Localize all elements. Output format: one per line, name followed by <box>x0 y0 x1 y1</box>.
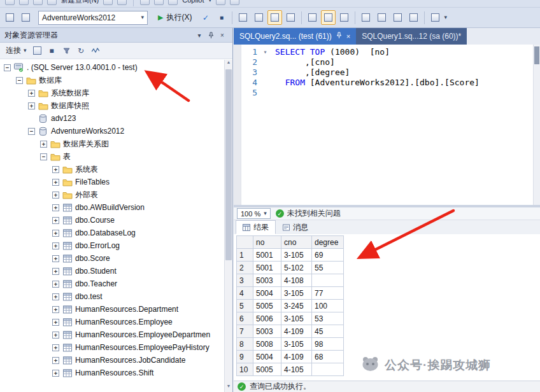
expander-icon[interactable]: + <box>52 268 59 275</box>
tree-item[interactable]: −表 <box>0 150 232 163</box>
back-icon[interactable] <box>5 0 15 5</box>
grid-cell[interactable]: 4-109 <box>281 351 312 363</box>
grid-cell[interactable]: 3-245 <box>281 300 312 312</box>
grid-cell[interactable]: 5008 <box>253 338 281 351</box>
activity-monitor-icon[interactable] <box>89 44 103 57</box>
connect-button[interactable]: 连接 ▾ <box>3 44 29 58</box>
tree-item[interactable]: +dbo.Score <box>0 252 232 265</box>
row-header[interactable]: 4 <box>237 287 253 300</box>
query-options-icon[interactable] <box>236 10 250 25</box>
tree-item[interactable]: +dbo.AWBuildVersion <box>0 201 232 214</box>
tree-item[interactable]: −AdventureWorks2012 <box>0 125 232 137</box>
grid-cell[interactable]: 5005 <box>253 300 281 312</box>
expander-icon[interactable]: + <box>52 370 59 377</box>
stop-icon[interactable]: ■ <box>45 44 59 57</box>
expander-icon[interactable]: + <box>52 204 59 211</box>
expander-icon[interactable]: + <box>52 281 59 288</box>
row-header[interactable]: 8 <box>237 338 253 351</box>
outdent-icon[interactable] <box>390 10 405 25</box>
grid-cell[interactable]: 69 <box>312 249 344 262</box>
code-area[interactable]: SELECT TOP (1000) [no] ,[cno] ,[degree] … <box>270 45 540 205</box>
tree-item[interactable]: +dbo.test <box>0 290 232 303</box>
results-to-file-icon[interactable] <box>337 10 352 25</box>
grid-cell[interactable]: 3-105 <box>281 287 312 300</box>
sqlcmd-mode-icon[interactable] <box>428 10 443 25</box>
pin-icon[interactable] <box>336 32 342 41</box>
tree-item[interactable]: +HumanResources.Department <box>0 303 232 316</box>
expander-icon[interactable]: − <box>16 77 23 84</box>
scroll-down-icon[interactable]: ▼ <box>225 384 232 392</box>
print-icon[interactable] <box>140 0 150 5</box>
expander-icon[interactable]: − <box>40 153 47 160</box>
tree-item[interactable]: +dbo.Course <box>0 214 232 227</box>
grid-corner-cell[interactable] <box>237 236 253 249</box>
open-file-icon[interactable] <box>47 0 57 5</box>
close-icon[interactable]: × <box>346 32 350 40</box>
tree-item[interactable]: +HumanResources.Shift <box>0 367 232 379</box>
expander-icon[interactable]: + <box>52 306 59 313</box>
indent-icon[interactable] <box>406 10 421 25</box>
change-connection-icon[interactable] <box>18 10 33 25</box>
refresh-icon[interactable]: ↻ <box>75 44 88 57</box>
tree-item[interactable]: +dbo.Teacher <box>0 277 232 290</box>
tree-scrollbar[interactable]: ▲ ▼ <box>224 60 232 392</box>
expander-icon[interactable]: + <box>52 217 59 224</box>
tree-item[interactable]: +FileTables <box>0 176 232 188</box>
uncomment-icon[interactable] <box>374 10 389 25</box>
grid-cell[interactable]: 98 <box>312 338 344 351</box>
filter-icon[interactable] <box>60 44 73 57</box>
document-tab[interactable]: SQLQuery2.sq... (test (61))× <box>234 28 356 45</box>
column-header[interactable]: no <box>253 236 281 249</box>
include-actual-plan-icon[interactable] <box>267 10 282 25</box>
grid-cell[interactable] <box>312 274 344 287</box>
column-header[interactable]: degree <box>312 236 344 249</box>
expander-icon[interactable]: + <box>40 141 47 148</box>
expander-icon[interactable]: + <box>52 344 59 351</box>
code-line[interactable]: ,[degree] <box>275 67 532 78</box>
tree-item[interactable]: +数据库快照 <box>0 99 232 112</box>
tab-messages[interactable]: 消息 <box>276 220 315 234</box>
tree-item[interactable]: +数据库关系图 <box>0 137 232 150</box>
grid-cell[interactable]: 53 <box>312 312 344 325</box>
cut-icon[interactable] <box>154 0 164 5</box>
health-indicator[interactable]: ✓ 未找到相关问题 <box>276 208 341 219</box>
expander-icon[interactable]: + <box>52 293 59 300</box>
grid-cell[interactable]: 4-109 <box>281 325 312 338</box>
zoom-selector[interactable]: 100 % ▾ <box>237 208 271 219</box>
grid-cell[interactable]: 5006 <box>253 312 281 325</box>
redo-icon[interactable] <box>230 0 239 5</box>
tree-item[interactable]: +dbo.DatabaseLog <box>0 227 232 239</box>
code-line[interactable]: SELECT TOP (1000) [no] <box>275 47 532 57</box>
scrollbar-thumb[interactable] <box>225 69 232 260</box>
parse-query-icon[interactable]: ✓ <box>198 10 213 25</box>
outline-collapse-icon[interactable]: ▾ <box>260 47 270 57</box>
row-header[interactable]: 7 <box>237 325 253 338</box>
grid-cell[interactable] <box>312 363 344 376</box>
expander-icon[interactable]: + <box>28 90 35 97</box>
grid-cell[interactable]: 5004 <box>253 287 281 300</box>
tree-item[interactable]: −数据库 <box>0 74 232 87</box>
expander-icon[interactable]: − <box>28 128 35 135</box>
tree-item[interactable]: +HumanResources.EmployeeDepartmen <box>0 328 232 341</box>
grid-cell[interactable]: 5003 <box>253 274 281 287</box>
grid-cell[interactable]: 5004 <box>253 351 281 363</box>
expander-icon[interactable]: + <box>52 319 59 326</box>
row-header[interactable]: 5 <box>237 300 253 312</box>
chevron-down-icon[interactable]: ▾ <box>209 0 212 3</box>
chevron-down-icon[interactable]: ▾ <box>194 30 205 40</box>
grid-cell[interactable]: 77 <box>312 287 344 300</box>
scroll-up-icon[interactable]: ▲ <box>225 60 232 68</box>
undo-icon[interactable] <box>216 0 225 5</box>
expander-icon[interactable]: + <box>52 179 59 186</box>
grid-cell[interactable]: 68 <box>312 351 344 363</box>
expander-icon[interactable]: + <box>52 332 59 339</box>
grid-cell[interactable]: 5003 <box>253 325 281 338</box>
tree-item[interactable]: −. (SQL Server 13.0.4001.0 - test) <box>0 61 232 74</box>
code-line[interactable]: ,[cno] <box>275 57 532 67</box>
tree-item[interactable]: +系统表 <box>0 163 232 176</box>
save-icon[interactable] <box>117 0 127 5</box>
row-header[interactable]: 10 <box>237 363 253 376</box>
grid-cell[interactable]: 4-105 <box>281 363 312 376</box>
copilot-button[interactable]: Copilot <box>182 0 204 4</box>
grid-cell[interactable]: 3-105 <box>281 312 312 325</box>
